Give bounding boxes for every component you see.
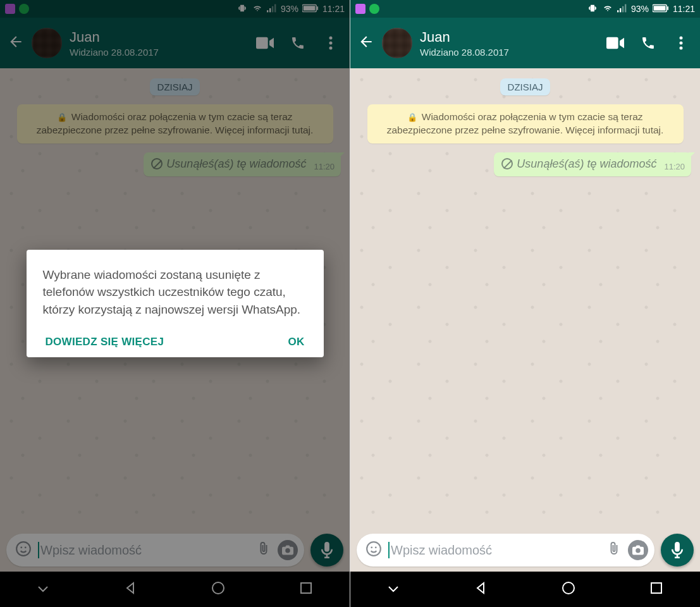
- svg-point-27: [680, 47, 683, 50]
- ok-button[interactable]: OK: [288, 336, 304, 348]
- encryption-notice[interactable]: 🔒 Wiadomości oraz połączenia w tym czaci…: [367, 104, 684, 144]
- svg-rect-20: [625, 4, 626, 12]
- nav-recent[interactable]: [650, 582, 663, 597]
- camera-icon[interactable]: [628, 540, 648, 560]
- dialog-overlay[interactable]: Wybrane wiadomości zostaną usunięte z te…: [0, 0, 350, 607]
- wifi-icon: [602, 4, 613, 15]
- encryption-text: Wiadomości oraz połączenia w tym czacie …: [387, 111, 664, 135]
- avatar[interactable]: [382, 28, 412, 58]
- android-navbar: [350, 572, 700, 607]
- voice-call-button[interactable]: [639, 34, 657, 52]
- svg-point-28: [367, 542, 381, 556]
- lock-icon: 🔒: [407, 112, 417, 123]
- emoji-icon[interactable]: [365, 541, 382, 560]
- attach-icon[interactable]: [606, 541, 622, 559]
- dialog-body: Wybrane wiadomości zostaną usunięte z te…: [43, 266, 307, 319]
- back-button[interactable]: [358, 34, 374, 52]
- svg-rect-17: [617, 10, 618, 12]
- svg-rect-24: [606, 37, 618, 49]
- prohibited-icon: [501, 158, 513, 169]
- nav-back[interactable]: [474, 581, 488, 598]
- learn-more-button[interactable]: DOWIEDZ SIĘ WIĘCEJ: [46, 336, 164, 348]
- signal-icon: [617, 4, 627, 15]
- message-input[interactable]: Wpisz wiadomość: [357, 534, 654, 567]
- nav-dropdown[interactable]: [388, 584, 399, 595]
- statusbar-app-icon: [355, 4, 365, 14]
- phone-right: 93% 11:21 Juan Widziano 28.08.2017: [350, 0, 700, 607]
- message-time: 11:20: [664, 162, 685, 171]
- battery-icon: [653, 4, 669, 15]
- vibrate-icon: [587, 4, 598, 15]
- video-call-button[interactable]: [606, 34, 624, 52]
- message-placeholder: Wpisz wiadomość: [388, 542, 600, 558]
- svg-point-25: [680, 37, 683, 40]
- last-seen: Widziano 28.08.2017: [420, 47, 599, 58]
- date-chip: DZISIAJ: [500, 78, 551, 95]
- svg-rect-23: [667, 6, 668, 10]
- svg-point-26: [680, 42, 683, 45]
- statusbar-app-icon: [369, 4, 379, 14]
- nav-home[interactable]: [562, 581, 575, 598]
- contact-info[interactable]: Juan Widziano 28.08.2017: [420, 29, 599, 58]
- phone-left: 93% 11:21 Juan Widziano 28.08.2017: [0, 0, 350, 607]
- svg-point-30: [375, 546, 377, 548]
- status-bar: 93% 11:21: [350, 0, 700, 18]
- svg-rect-19: [622, 6, 623, 12]
- chat-area: DZISIAJ 🔒 Wiadomości oraz połączenia w t…: [350, 68, 700, 529]
- voice-message-button[interactable]: [661, 534, 694, 567]
- input-bar: Wpisz wiadomość: [350, 529, 700, 572]
- more-options-button[interactable]: [672, 34, 690, 52]
- svg-rect-31: [675, 542, 680, 552]
- svg-rect-18: [620, 8, 621, 12]
- battery-percent: 93%: [631, 4, 649, 14]
- clock-time: 11:21: [673, 4, 695, 14]
- svg-point-32: [563, 582, 574, 594]
- svg-point-29: [371, 546, 372, 548]
- outgoing-message[interactable]: Usunąłeś(aś) tę wiadomość 11:20: [494, 152, 691, 177]
- contact-name: Juan: [420, 29, 599, 46]
- svg-rect-33: [651, 583, 661, 593]
- svg-rect-22: [654, 6, 666, 10]
- confirm-dialog: Wybrane wiadomości zostaną usunięte z te…: [27, 250, 324, 358]
- chat-header: Juan Widziano 28.08.2017: [350, 18, 700, 68]
- deleted-message-text: Usunąłeś(aś) tę wiadomość: [501, 157, 656, 171]
